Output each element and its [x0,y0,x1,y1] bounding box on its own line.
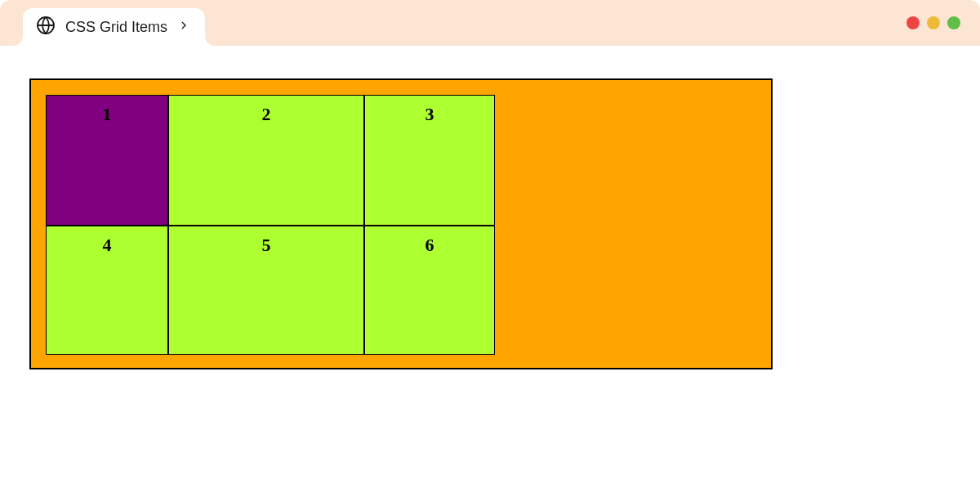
globe-icon [36,16,56,38]
browser-tab[interactable]: CSS Grid Items [23,8,205,46]
grid-item-4: 4 [46,226,168,355]
browser-chrome: CSS Grid Items [0,0,980,46]
grid-item-3: 3 [364,95,495,226]
grid-item-1: 1 [46,95,168,226]
content-area: 1 2 3 4 5 6 [0,46,980,402]
grid-item-2: 2 [168,95,364,226]
chevron-right-icon [177,19,190,35]
grid-container: 1 2 3 4 5 6 [29,78,773,369]
grid-row: 4 5 6 [46,226,495,355]
tab-area: CSS Grid Items [0,0,205,46]
grid-inner: 1 2 3 4 5 6 [46,95,495,355]
grid-item-5: 5 [168,226,364,355]
grid-row: 1 2 3 [46,95,495,226]
grid-item-6: 6 [364,226,495,355]
maximize-window-button[interactable] [947,16,960,29]
close-window-button[interactable] [906,16,920,29]
minimize-window-button[interactable] [927,16,940,29]
window-controls [906,16,960,29]
tab-title: CSS Grid Items [65,19,167,36]
